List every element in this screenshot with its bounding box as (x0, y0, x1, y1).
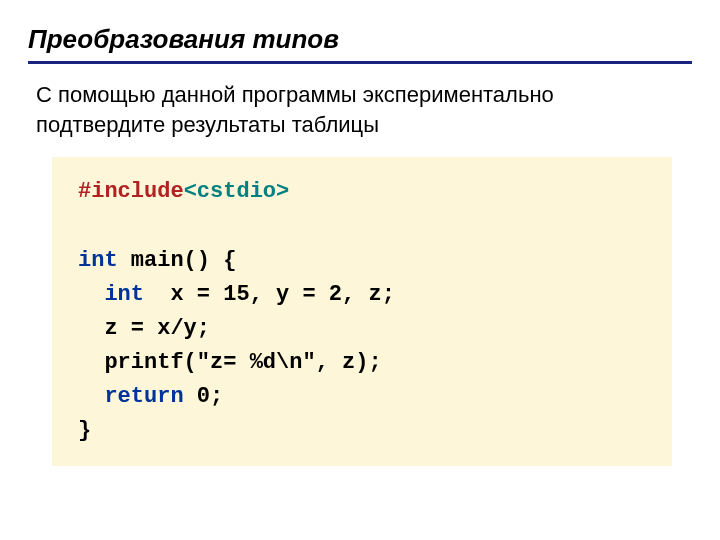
keyword-return: return (104, 384, 183, 409)
code-line: } (78, 414, 652, 448)
keyword-int: int (104, 282, 144, 307)
code-line: int x = 15, y = 2, z; (78, 278, 652, 312)
code-block: #include<cstdio> int main() { int x = 15… (52, 157, 672, 466)
main-signature: main() { (118, 248, 237, 273)
code-line: return 0; (78, 380, 652, 414)
return-rest: 0; (184, 384, 224, 409)
slide-subtitle: С помощью данной программы экспериментал… (36, 80, 684, 139)
keyword-int: int (78, 248, 118, 273)
decl-rest: x = 15, y = 2, z; (144, 282, 395, 307)
include-header: <cstdio> (184, 179, 290, 204)
code-blank-line (78, 209, 652, 243)
keyword-include: #include (78, 179, 184, 204)
code-line: printf("z= %d\n", z); (78, 346, 652, 380)
code-line: z = x/y; (78, 312, 652, 346)
code-line: #include<cstdio> (78, 175, 652, 209)
code-line: int main() { (78, 244, 652, 278)
slide-title: Преобразования типов (28, 24, 692, 64)
